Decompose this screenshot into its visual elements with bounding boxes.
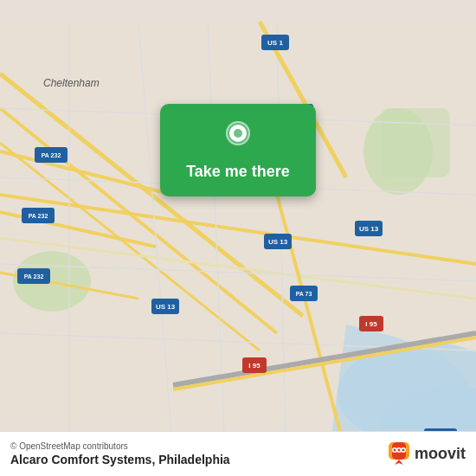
take-me-there-button[interactable]: Take me there xyxy=(186,163,290,181)
svg-text:PA 73: PA 73 xyxy=(296,291,312,297)
cta-popup: Take me there xyxy=(160,104,316,196)
svg-text:US 13: US 13 xyxy=(359,225,379,233)
moovit-brand-text: moovit xyxy=(415,445,466,463)
svg-rect-5 xyxy=(381,108,450,177)
svg-text:US 13: US 13 xyxy=(268,238,288,246)
map-attribution: © OpenStreetMap contributors xyxy=(10,441,230,451)
svg-text:US 13: US 13 xyxy=(156,303,176,311)
bottom-left: © OpenStreetMap contributors Alcaro Comf… xyxy=(10,441,230,466)
svg-text:I 95: I 95 xyxy=(365,320,377,328)
map-background: US 1 US 1 PA 232 PA 232 PA 232 US 13 US … xyxy=(0,0,476,476)
svg-point-60 xyxy=(393,448,396,451)
svg-text:US 1: US 1 xyxy=(267,39,283,47)
location-pin-icon xyxy=(219,118,257,156)
svg-text:PA 232: PA 232 xyxy=(42,152,61,158)
svg-point-62 xyxy=(402,448,404,451)
svg-text:PA 232: PA 232 xyxy=(24,273,44,280)
svg-point-61 xyxy=(397,448,400,451)
moovit-logo-icon xyxy=(387,441,411,468)
svg-text:Cheltenham: Cheltenham xyxy=(43,77,100,89)
bottom-bar: © OpenStreetMap contributors Alcaro Comf… xyxy=(0,431,476,476)
map-container: US 1 US 1 PA 232 PA 232 PA 232 US 13 US … xyxy=(0,0,476,476)
svg-text:PA 232: PA 232 xyxy=(29,213,48,219)
moovit-logo: moovit xyxy=(387,441,466,468)
svg-text:I 95: I 95 xyxy=(248,362,261,370)
location-name: Alcaro Comfort Systems, Philadelphia xyxy=(10,453,230,466)
